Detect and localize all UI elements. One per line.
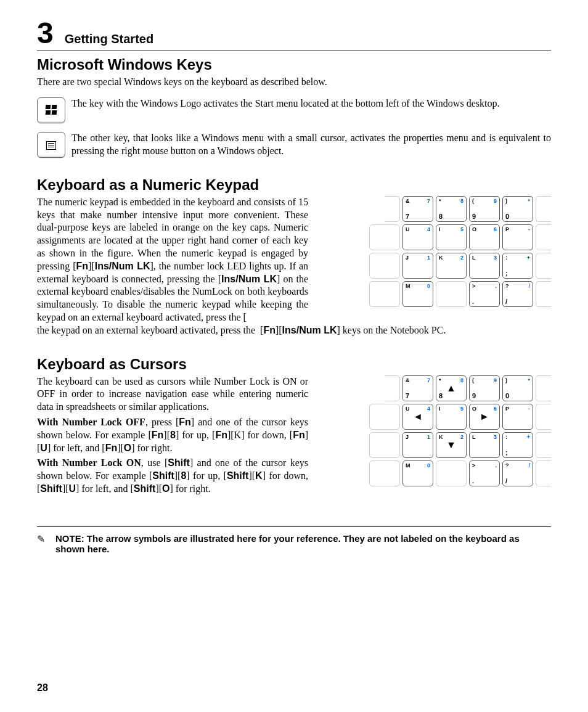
text: ][ bbox=[62, 483, 69, 494]
keycap bbox=[536, 253, 551, 279]
keycap: :+; bbox=[502, 432, 533, 458]
keycap bbox=[536, 404, 551, 430]
heading-cursors: Keyboard as Cursors bbox=[37, 356, 551, 373]
keycap bbox=[436, 460, 467, 486]
keycap: P- bbox=[502, 404, 533, 430]
keycap: ?// bbox=[502, 460, 533, 486]
key-shift: Shift bbox=[152, 470, 174, 481]
menu-key-icon bbox=[37, 132, 65, 158]
keycap: (99 bbox=[469, 375, 500, 401]
text: ][ bbox=[248, 470, 255, 481]
key-shift: Shift bbox=[227, 470, 249, 481]
keycap bbox=[369, 404, 400, 430]
key-fn: Fn bbox=[152, 430, 164, 440]
windows-key-row: The key with the Windows Logo activates … bbox=[37, 97, 551, 123]
keycap: L3 bbox=[469, 432, 500, 458]
text: ] for left, and [ bbox=[76, 483, 134, 494]
text: ][ bbox=[117, 443, 124, 453]
keycap bbox=[536, 375, 551, 401]
key-u: U bbox=[40, 443, 47, 453]
chapter-header: 3 Getting Started bbox=[37, 18, 551, 51]
key-fn: Fn bbox=[76, 261, 89, 271]
keycap: J1 bbox=[402, 253, 433, 279]
text: ][ bbox=[155, 483, 162, 494]
numeric-keypad-figure: &77*88(99)*0U4I5O6P-J1K2L3:+;M0>..?// bbox=[343, 196, 551, 309]
text: ][K] for down, [ bbox=[227, 430, 293, 440]
text: the keypad on an external keyboard activ… bbox=[37, 325, 263, 335]
keycap: K2 bbox=[436, 253, 467, 279]
keycap bbox=[536, 281, 551, 307]
key-fn: Fn bbox=[263, 325, 276, 335]
key-8: 8 bbox=[170, 430, 176, 440]
keycap: M0 bbox=[402, 281, 433, 307]
keycap: L3 bbox=[469, 253, 500, 279]
text: ] for up, [ bbox=[176, 430, 215, 440]
note-icon: ✎ bbox=[37, 533, 49, 546]
keycap: O6► bbox=[469, 404, 500, 430]
keycap: )*0 bbox=[502, 375, 533, 401]
keycap: )*0 bbox=[502, 196, 533, 222]
keycap bbox=[536, 196, 551, 222]
text: ] for left, and [ bbox=[47, 443, 105, 453]
keycap: &77 bbox=[402, 375, 433, 401]
text: , press [ bbox=[145, 417, 179, 427]
key-fn: Fn bbox=[105, 443, 118, 453]
key-o: O bbox=[124, 443, 131, 453]
windows-key-desc: The key with the Windows Logo activates … bbox=[71, 97, 551, 110]
keycap: &77 bbox=[402, 196, 433, 222]
text: ] for up, [ bbox=[186, 470, 227, 481]
key-ins-numlk: Ins/Num LK bbox=[95, 261, 150, 271]
heading-numeric-keypad: Keyboard as a Numeric Keypad bbox=[37, 176, 551, 194]
cursor-keypad-figure: &77*88▲(99)*0U4◄I5O6►P-J1K2▼L3:+;M0>..?/… bbox=[343, 375, 551, 489]
text: ] for right. bbox=[169, 483, 210, 494]
cursors-numlock-on: With Number Lock ON, use [Shift] and one… bbox=[37, 457, 308, 495]
keycap: >.. bbox=[469, 460, 500, 486]
cursors-section: Keyboard as Cursors The keyboard can be … bbox=[37, 356, 551, 496]
keycap bbox=[436, 281, 467, 307]
key-shift: Shift bbox=[134, 483, 156, 494]
text: ][ bbox=[88, 261, 95, 271]
keycap: K2▼ bbox=[436, 432, 467, 458]
numeric-keypad-section: Keyboard as a Numeric Keypad The numeric… bbox=[37, 176, 551, 337]
page-number: 28 bbox=[37, 682, 48, 694]
chapter-number: 3 bbox=[37, 18, 54, 48]
keycap bbox=[369, 253, 400, 279]
keycap: U4◄ bbox=[402, 404, 433, 430]
keycap: >.. bbox=[469, 281, 500, 307]
text: ][ bbox=[276, 325, 282, 335]
menu-key-desc: The other key, that looks like a Windows… bbox=[71, 132, 551, 158]
keycap bbox=[369, 460, 400, 486]
text: , use [ bbox=[141, 457, 168, 468]
key-shift: Shift bbox=[168, 457, 190, 468]
keycap: *88 bbox=[436, 196, 467, 222]
keycap bbox=[369, 224, 400, 250]
key-fn: Fn bbox=[215, 430, 227, 440]
keycap: :+; bbox=[502, 253, 533, 279]
key-ins-numlk: Ins/Num LK bbox=[282, 325, 337, 335]
key-shift: Shift bbox=[40, 483, 62, 494]
text: ][ bbox=[174, 470, 181, 481]
keycap: U4 bbox=[402, 224, 433, 250]
cursors-numlock-off: With Number Lock OFF, press [Fn] and one… bbox=[37, 416, 308, 454]
keycap bbox=[369, 432, 400, 458]
keycap: (99 bbox=[469, 196, 500, 222]
text: ] for right. bbox=[131, 443, 172, 453]
keycap: I5 bbox=[436, 224, 467, 250]
key-8: 8 bbox=[181, 470, 186, 481]
keycap: I5 bbox=[436, 404, 467, 430]
lead: With Number Lock OFF bbox=[37, 417, 145, 427]
text: ][ bbox=[163, 430, 170, 440]
key-o: O bbox=[162, 483, 169, 494]
text: ] keys on the Notebook PC. bbox=[337, 325, 446, 335]
keycap bbox=[385, 375, 400, 401]
note-text: NOTE: The arrow symbols are illustrated … bbox=[55, 533, 551, 554]
lead: With Number Lock ON bbox=[37, 457, 141, 468]
key-u: U bbox=[69, 483, 76, 494]
windows-logo-key-icon bbox=[37, 97, 65, 123]
note-box: ✎ NOTE: The arrow symbols are illustrate… bbox=[37, 526, 551, 554]
key-ins-numlk: Ins/Num LK bbox=[221, 274, 277, 284]
keycap: P- bbox=[502, 224, 533, 250]
keycap bbox=[536, 432, 551, 458]
keycap bbox=[536, 224, 551, 250]
keycap: ?// bbox=[502, 281, 533, 307]
